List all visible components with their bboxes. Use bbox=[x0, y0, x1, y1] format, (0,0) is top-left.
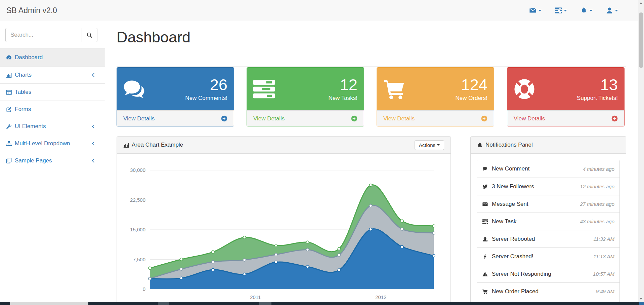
navbar-tasks-dropdown[interactable] bbox=[548, 0, 574, 21]
arrow-circle-right-icon bbox=[611, 115, 618, 122]
twitter-icon bbox=[482, 184, 488, 189]
sidebar-item-multi-level-dropdown[interactable]: Multi-Level Dropdown bbox=[0, 135, 105, 152]
life-ring-icon bbox=[514, 78, 535, 100]
edit-icon bbox=[6, 107, 12, 112]
scroll-up-arrow-icon[interactable] bbox=[640, 2, 642, 4]
tasks-icon bbox=[482, 219, 488, 224]
svg-text:7,500: 7,500 bbox=[133, 257, 145, 262]
notification-label: Server Not Responding bbox=[492, 271, 551, 277]
tasks-icon bbox=[253, 78, 275, 100]
stat-label: New Comments! bbox=[185, 95, 227, 102]
area-chart-panel-title: Area Chart Example bbox=[132, 142, 183, 148]
notification-item-server-not-responding[interactable]: Server Not Responding10:57 AM bbox=[477, 265, 619, 282]
vertical-scrollbar[interactable] bbox=[638, 0, 644, 302]
bolt-icon bbox=[482, 254, 488, 259]
notification-item-message-sent[interactable]: Message Sent27 minutes ago bbox=[477, 195, 619, 213]
view-details-link[interactable]: View Details bbox=[377, 110, 494, 126]
area-chart-panel-heading: Area Chart Example Actions bbox=[117, 137, 450, 154]
stat-panel-numbers: 124New Orders! bbox=[456, 76, 487, 101]
brand-link[interactable]: SB Admin v2.0 bbox=[0, 0, 63, 21]
notification-item-new-task[interactable]: New Task43 minutes ago bbox=[477, 213, 619, 230]
stat-panel-support-tickets[interactable]: 13Support Tickets!View Details bbox=[507, 67, 625, 126]
sidebar-item-label: Multi-Level Dropdown bbox=[15, 140, 70, 147]
search-icon bbox=[87, 32, 92, 38]
files-icon bbox=[6, 158, 12, 163]
search-input[interactable] bbox=[5, 28, 82, 42]
sidebar-item-ui-elements[interactable]: UI Elements bbox=[0, 118, 105, 135]
sidebar-item-label: Charts bbox=[15, 72, 32, 78]
actions-dropdown-button[interactable]: Actions bbox=[415, 140, 444, 150]
arrow-circle-right-icon bbox=[351, 115, 357, 122]
notifications-panel: Notifications Panel New Comment4 minutes… bbox=[470, 136, 626, 302]
navbar-user-dropdown[interactable] bbox=[599, 0, 625, 21]
sidebar-nav: DashboardChartsTablesFormsUI ElementsMul… bbox=[0, 48, 105, 169]
bell-icon bbox=[581, 7, 587, 14]
stat-panel-new-comments[interactable]: 26New Comments!View Details bbox=[117, 67, 234, 126]
bottom-scrollbar[interactable] bbox=[0, 302, 644, 305]
navbar-envelope-dropdown[interactable] bbox=[523, 0, 548, 21]
notifications-list: New Comment4 minutes ago3 New Followers1… bbox=[477, 160, 620, 302]
arrow-circle-right-icon bbox=[481, 115, 487, 122]
view-details-label: View Details bbox=[383, 115, 415, 122]
notification-time: 27 minutes ago bbox=[580, 201, 614, 207]
stat-value: 124 bbox=[456, 76, 487, 93]
actions-label: Actions bbox=[419, 142, 435, 148]
page-title: Dashboard bbox=[117, 29, 190, 46]
svg-text:0: 0 bbox=[143, 286, 145, 292]
sidebar-item-dashboard[interactable]: Dashboard bbox=[0, 48, 105, 66]
stat-value: 26 bbox=[185, 76, 227, 93]
notification-time: 11:32 AM bbox=[593, 236, 614, 242]
notification-item-3-new-followers[interactable]: 3 New Followers12 minutes ago bbox=[477, 178, 619, 195]
notification-time: 11:13 AM bbox=[593, 254, 614, 259]
sitemap-icon bbox=[6, 141, 12, 147]
warning-icon bbox=[482, 271, 488, 277]
navbar-bell-dropdown[interactable] bbox=[574, 0, 599, 21]
angle-left-icon bbox=[91, 141, 96, 146]
notification-item-server-crashed[interactable]: Server Crashed!11:13 AM bbox=[477, 247, 619, 265]
view-details-link[interactable]: View Details bbox=[117, 110, 234, 126]
caret-down-icon bbox=[564, 10, 567, 11]
navbar-icon-menus bbox=[523, 0, 625, 21]
notification-time: 12 minutes ago bbox=[580, 184, 614, 189]
svg-text:22,500: 22,500 bbox=[130, 197, 145, 203]
stat-panel-numbers: 13Support Tickets! bbox=[577, 76, 618, 101]
notification-item-new-order-placed[interactable]: New Order Placed9:49 AM bbox=[477, 282, 619, 300]
sidebar: DashboardChartsTablesFormsUI ElementsMul… bbox=[0, 21, 105, 302]
stat-panel-numbers: 12New Tasks! bbox=[328, 76, 357, 101]
stat-panel-heading: 124New Orders! bbox=[377, 68, 494, 110]
caret-down-icon bbox=[615, 10, 618, 11]
scroll-down-arrow-icon[interactable] bbox=[640, 298, 642, 300]
cart-icon bbox=[482, 289, 488, 294]
caret-down-icon bbox=[437, 144, 440, 146]
sidebar-search bbox=[5, 28, 97, 42]
bottombar-segment bbox=[639, 302, 644, 305]
notification-label: New Comment bbox=[492, 165, 529, 172]
stat-label: New Orders! bbox=[456, 95, 487, 102]
tasks-icon bbox=[555, 7, 562, 14]
upload-icon bbox=[482, 236, 488, 242]
sidebar-item-charts[interactable]: Charts bbox=[0, 66, 105, 83]
bottombar-segment bbox=[259, 302, 271, 305]
bottombar-segment bbox=[158, 302, 169, 305]
bell-icon bbox=[477, 142, 483, 148]
envelope-icon bbox=[529, 7, 536, 14]
search-button[interactable] bbox=[82, 28, 97, 42]
notification-item-new-comment[interactable]: New Comment4 minutes ago bbox=[477, 160, 619, 178]
vertical-scrollbar-thumb[interactable] bbox=[639, 12, 643, 68]
notification-label: New Task bbox=[492, 218, 516, 225]
notifications-panel-heading: Notifications Panel bbox=[471, 137, 626, 154]
horizontal-scrollbar-thumb[interactable] bbox=[10, 302, 88, 305]
notification-item-server-rebooted[interactable]: Server Rebooted11:32 AM bbox=[477, 230, 619, 247]
view-details-link[interactable]: View Details bbox=[507, 110, 624, 126]
sidebar-item-label: Tables bbox=[15, 89, 31, 96]
stat-panel-new-orders[interactable]: 124New Orders!View Details bbox=[377, 67, 494, 126]
comment-icon bbox=[482, 166, 488, 171]
notification-label: Message Sent bbox=[492, 201, 528, 207]
sidebar-item-forms[interactable]: Forms bbox=[0, 101, 105, 118]
sidebar-item-sample-pages[interactable]: Sample Pages bbox=[0, 152, 105, 169]
stat-panel-new-tasks[interactable]: 12New Tasks!View Details bbox=[247, 67, 364, 126]
sidebar-item-tables[interactable]: Tables bbox=[0, 83, 105, 101]
view-details-link[interactable]: View Details bbox=[247, 110, 364, 126]
arrow-circle-right-icon bbox=[221, 115, 227, 122]
angle-left-icon bbox=[91, 124, 96, 129]
